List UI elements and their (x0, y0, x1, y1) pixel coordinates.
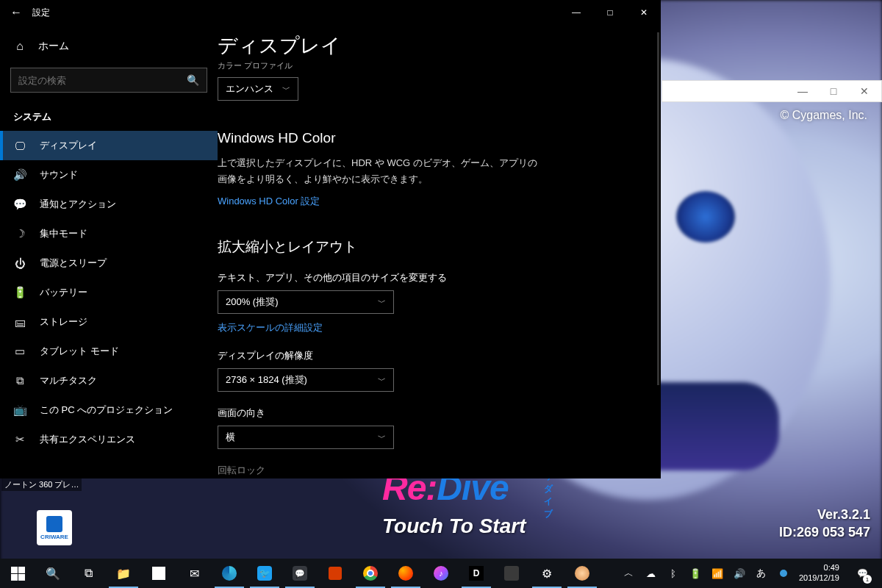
tablet-icon: ▭ (13, 345, 26, 358)
focus-icon: ☽ (13, 227, 26, 240)
battery-icon[interactable]: 🔋 (689, 567, 702, 580)
touch-to-start[interactable]: Touch To Start (382, 514, 526, 538)
itunes-icon[interactable]: ♪ (423, 559, 459, 588)
storage-icon: 🖴 (13, 316, 26, 329)
sound-icon: 🔊 (13, 168, 26, 182)
sidebar-item-project[interactable]: 📺この PC へのプロジェクション (0, 395, 218, 425)
sidebar-item-notify[interactable]: 💬通知とアクション (0, 190, 218, 219)
action-center-button[interactable]: 💬1 (848, 559, 876, 588)
notify-icon: 💬 (13, 198, 26, 211)
taskbar-clock[interactable]: 0:49 2019/12/19 (799, 563, 839, 584)
sidebar-item-power[interactable]: ⏻電源とスリープ (0, 248, 218, 278)
game-close-icon[interactable]: ✕ (856, 83, 872, 99)
display-icon: 🖵 (13, 140, 26, 152)
sidebar-item-shared[interactable]: ✂共有エクスペリエンス (0, 425, 218, 454)
chevron-down-icon: ﹀ (378, 432, 386, 443)
tray-chevron-icon[interactable]: ︿ (623, 567, 636, 580)
taskbar: 🔍 ⧉ 📁 ✉ 🐦 💬 ♪ D ⚙ ︿ ☁ ᛒ 🔋 📶 🔊 あ 0:49 201… (0, 559, 882, 588)
sidebar-item-display[interactable]: 🖵ディスプレイ (0, 131, 218, 160)
sidebar-item-focus[interactable]: ☽集中モード (0, 219, 218, 248)
multitask-icon: ⧉ (13, 374, 26, 387)
color-profile-dropdown[interactable]: エンハンス﹀ (218, 77, 298, 101)
discord-icon[interactable]: 💬 (282, 559, 318, 588)
sidebar-item-storage[interactable]: 🖴ストレージ (0, 307, 218, 337)
page-title: ディスプレイ (218, 32, 637, 59)
orientation-dropdown[interactable]: 横﹀ (218, 426, 394, 449)
advanced-scale-link[interactable]: 表示スケールの詳細設定 (218, 321, 323, 334)
resolution-dropdown[interactable]: 2736 × 1824 (推奨)﹀ (218, 368, 394, 392)
norton-toast: ノートン 360 プレ… (1, 478, 82, 491)
orientation-label: 画面の向き (218, 406, 637, 420)
twitter-icon[interactable]: 🐦 (247, 559, 282, 588)
maximize-button[interactable]: □ (593, 0, 627, 25)
hdcolor-settings-link[interactable]: Windows HD Color 設定 (218, 195, 320, 208)
search-input[interactable] (18, 75, 187, 86)
power-icon: ⏻ (13, 257, 26, 270)
wifi-icon[interactable]: 📶 (711, 567, 724, 580)
scale-heading: 拡大縮小とレイアウト (218, 237, 637, 257)
sidebar-item-label: ストレージ (40, 315, 87, 329)
sidebar-item-label: タブレット モード (40, 345, 119, 358)
scale-label: テキスト、アプリ、その他の項目のサイズを変更する (218, 271, 637, 284)
tray-app-icon[interactable] (777, 567, 790, 580)
home-label: ホーム (38, 40, 69, 53)
bluetooth-icon[interactable]: ᛒ (667, 567, 680, 580)
game-taskbar-icon[interactable] (564, 559, 600, 588)
resolution-label: ディスプレイの解像度 (218, 349, 637, 362)
close-button[interactable]: ✕ (627, 0, 661, 25)
search-button[interactable]: 🔍 (35, 559, 71, 588)
sidebar-item-label: 通知とアクション (40, 198, 116, 211)
settings-window: ← 設定 ― □ ✕ ⌂ ホーム 🔍 システム 🖵ディスプレイ🔊サウンド💬通知と… (0, 0, 661, 478)
rotation-lock-label: 回転ロック (218, 464, 637, 477)
window-title: 設定 (32, 7, 50, 19)
settings-taskbar-icon[interactable]: ⚙ (529, 559, 564, 588)
settings-sidebar: ⌂ ホーム 🔍 システム 🖵ディスプレイ🔊サウンド💬通知とアクション☽集中モード… (0, 25, 218, 478)
ime-icon[interactable]: あ (755, 567, 768, 580)
volume-icon[interactable]: 🔊 (733, 567, 746, 580)
home-button[interactable]: ⌂ ホーム (0, 34, 218, 59)
hdcolor-heading: Windows HD Color (218, 130, 637, 146)
taskview-button[interactable]: ⧉ (71, 559, 106, 588)
notification-badge: 1 (863, 575, 872, 584)
back-button[interactable]: ← (0, 6, 32, 19)
sidebar-item-label: 共有エクスペリエンス (40, 433, 135, 446)
minimize-button[interactable]: ― (559, 0, 593, 25)
chrome-icon[interactable] (353, 559, 388, 588)
store-icon[interactable] (141, 559, 176, 588)
sidebar-item-multitask[interactable]: ⧉マルチタスク (0, 366, 218, 395)
game-max-icon[interactable]: □ (825, 83, 842, 99)
settings-content: ディスプレイ カラー プロファイル エンハンス﹀ Windows HD Colo… (218, 25, 661, 478)
copyright-text: © Cygames, Inc. (781, 109, 868, 122)
sidebar-item-label: 電源とスリープ (40, 257, 107, 270)
chevron-down-icon: ﹀ (378, 297, 386, 308)
start-button[interactable] (0, 559, 35, 588)
app-icon[interactable] (494, 559, 529, 588)
sidebar-item-label: この PC へのプロジェクション (40, 404, 173, 417)
sidebar-item-label: マルチタスク (40, 374, 97, 387)
office-icon[interactable] (318, 559, 353, 588)
scale-dropdown[interactable]: 200% (推奨)﹀ (218, 290, 394, 314)
firefox-icon[interactable] (388, 559, 423, 588)
sidebar-item-battery[interactable]: 🔋バッテリー (0, 278, 218, 307)
shared-icon: ✂ (13, 433, 26, 446)
battery-icon: 🔋 (13, 286, 26, 299)
dmm-icon[interactable]: D (459, 559, 494, 588)
hdcolor-description: 上で選択したディスプレイに、HDR や WCG のビデオ、ゲーム、アプリの画像を… (218, 155, 541, 187)
onedrive-icon[interactable]: ☁ (645, 567, 658, 580)
settings-search[interactable]: 🔍 (10, 68, 207, 93)
game-window-titlebar: ― □ ✕ (662, 80, 882, 102)
criware-badge: CRIWARE (37, 510, 72, 545)
sidebar-item-label: バッテリー (40, 286, 87, 299)
sidebar-item-sound[interactable]: 🔊サウンド (0, 160, 218, 190)
sidebar-item-tablet[interactable]: ▭タブレット モード (0, 337, 218, 366)
sidebar-item-label: ディスプレイ (40, 139, 97, 152)
explorer-icon[interactable]: 📁 (106, 559, 141, 588)
game-min-icon[interactable]: ― (795, 83, 811, 99)
edge-icon[interactable] (212, 559, 247, 588)
version-info: Ver.3.2.1 ID:269 053 547 (779, 506, 870, 541)
sidebar-category: システム (0, 101, 218, 131)
color-profile-label: カラー プロファイル (218, 60, 637, 71)
mail-icon[interactable]: ✉ (176, 559, 212, 588)
chevron-down-icon: ﹀ (282, 84, 290, 95)
chevron-down-icon: ﹀ (378, 375, 386, 386)
